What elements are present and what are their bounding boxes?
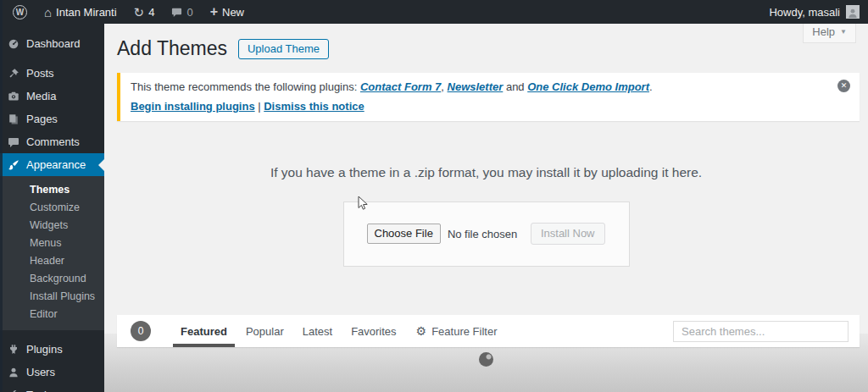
site-name-label: Intan Miranti — [56, 6, 117, 19]
plugin-notice: This theme recommends the following plug… — [117, 73, 860, 121]
howdy-label[interactable]: Howdy, masali — [769, 6, 840, 19]
begin-installing-plugins-link[interactable]: Begin installing plugins — [131, 100, 255, 113]
search-themes-input[interactable] — [673, 321, 849, 342]
wrench-icon — [8, 389, 19, 392]
upload-instruction: If you have a theme in a .zip format, yo… — [104, 165, 868, 180]
sidebar-item-posts[interactable]: Posts — [0, 62, 104, 85]
feature-filter-button[interactable]: ⚙ Feature Filter — [416, 325, 498, 338]
theme-browser-toolbar: 0 Featured Popular Latest Favorites ⚙ Fe… — [117, 315, 860, 347]
sidebar-item-label: Posts — [26, 67, 54, 80]
comments-bubble-icon — [171, 7, 182, 18]
home-icon: ⌂ — [44, 6, 52, 19]
sidebar-item-tools[interactable]: Tools — [0, 384, 104, 392]
sidebar-item-label: Appearance — [26, 158, 86, 171]
admin-bar-right: Howdy, masali — [769, 5, 868, 19]
tab-favorites[interactable]: Favorites — [343, 315, 403, 347]
updates-count: 4 — [148, 6, 154, 19]
comments-menu[interactable]: 0 — [165, 0, 198, 24]
notice-separator: and — [503, 80, 527, 93]
admin-bar: W ⌂ Intan Miranti ↻ 4 0 + New Howdy, mas… — [0, 0, 868, 24]
updates-menu[interactable]: ↻ 4 — [128, 0, 161, 24]
help-label: Help — [812, 25, 835, 38]
submenu-item-background[interactable]: Background — [0, 270, 104, 288]
loading-spinner-icon — [479, 352, 493, 367]
new-content-menu[interactable]: + New — [204, 0, 250, 24]
plugin-link-one-click-demo-import[interactable]: One Click Demo Import — [527, 80, 649, 93]
theme-count-badge: 0 — [131, 321, 151, 341]
sidebar-item-label: Plugins — [26, 343, 63, 356]
appearance-submenu: Themes Customize Widgets Menus Header Ba… — [0, 176, 104, 330]
tab-popular[interactable]: Popular — [238, 315, 292, 347]
plugin-icon — [8, 344, 19, 356]
sidebar-item-label: Dashboard — [26, 37, 81, 50]
gear-icon: ⚙ — [416, 325, 427, 337]
main-content: Help ▼ Add Themes Upload Theme This them… — [104, 24, 868, 392]
submenu-item-editor[interactable]: Editor — [0, 306, 104, 323]
upload-theme-form: Choose File No file chosen Install Now — [343, 202, 630, 267]
dashboard-icon — [8, 38, 19, 50]
media-icon — [8, 91, 19, 102]
sidebar-item-pages[interactable]: Pages — [0, 108, 104, 130]
submenu-item-themes[interactable]: Themes — [0, 181, 104, 199]
submenu-item-customize[interactable]: Customize — [0, 199, 104, 217]
file-input-group: Choose File No file chosen — [367, 224, 518, 244]
tab-latest[interactable]: Latest — [295, 315, 340, 347]
comment-icon — [8, 136, 19, 148]
active-menu-arrow — [92, 158, 105, 172]
filter-tabs: Featured Popular Latest Favorites — [173, 315, 404, 347]
sidebar-item-appearance[interactable]: Appearance — [0, 153, 104, 176]
submenu-item-install-plugins[interactable]: Install Plugins — [0, 288, 104, 306]
submenu-item-header[interactable]: Header — [0, 252, 104, 270]
plus-icon: + — [210, 5, 218, 19]
no-file-chosen-label: No file chosen — [448, 228, 517, 240]
chevron-down-icon: ▼ — [840, 28, 847, 36]
notice-line-1: This theme recommends the following plug… — [131, 80, 822, 94]
sidebar-item-label: Tools — [26, 389, 52, 392]
submenu-item-widgets[interactable]: Widgets — [0, 217, 104, 235]
users-icon — [8, 367, 19, 378]
sidebar-item-dashboard[interactable]: Dashboard — [0, 32, 104, 55]
sidebar-item-plugins[interactable]: Plugins — [0, 338, 104, 361]
dismiss-notice-link[interactable]: Dismiss this notice — [264, 100, 364, 113]
sidebar-item-users[interactable]: Users — [0, 361, 104, 384]
sidebar: Dashboard Posts Media Pages Comments App… — [0, 24, 104, 392]
close-icon[interactable]: ✕ — [837, 80, 850, 92]
tab-featured[interactable]: Featured — [173, 315, 235, 347]
plugin-link-newsletter[interactable]: Newsletter — [448, 80, 504, 93]
wp-logo-menu[interactable]: W — [7, 0, 33, 24]
notice-line-2: Begin installing plugins | Dismiss this … — [131, 99, 822, 113]
site-name-menu[interactable]: ⌂ Intan Miranti — [38, 0, 123, 24]
feature-filter-label: Feature Filter — [431, 325, 497, 338]
new-label: New — [222, 6, 244, 19]
user-avatar[interactable] — [846, 5, 860, 19]
screen-edge — [0, 0, 3, 392]
paintbrush-icon — [8, 159, 19, 171]
choose-file-button[interactable]: Choose File — [367, 224, 441, 244]
sidebar-item-comments[interactable]: Comments — [0, 130, 104, 153]
submenu-item-menus[interactable]: Menus — [0, 235, 104, 252]
sidebar-item-label: Pages — [26, 113, 58, 125]
person-icon — [847, 8, 859, 19]
admin-bar-left: W ⌂ Intan Miranti ↻ 4 0 + New — [0, 0, 250, 24]
notice-period: . — [649, 80, 653, 93]
upload-theme-button[interactable]: Upload Theme — [238, 39, 329, 59]
sidebar-item-media[interactable]: Media — [0, 85, 104, 108]
sidebar-item-label: Comments — [26, 135, 80, 148]
notice-text: This theme recommends the following plug… — [131, 80, 360, 93]
comments-count: 0 — [186, 6, 192, 19]
page-title: Add Themes — [117, 36, 227, 62]
action-separator: | — [255, 100, 264, 113]
help-tab[interactable]: Help ▼ — [803, 22, 856, 43]
sidebar-item-label: Media — [26, 90, 56, 102]
sidebar-item-label: Users — [26, 366, 55, 378]
pages-icon — [8, 113, 19, 125]
plugin-link-contact-form-7[interactable]: Contact Form 7 — [360, 80, 441, 93]
install-now-button[interactable]: Install Now — [531, 223, 605, 245]
pin-icon — [8, 68, 19, 80]
page-header: Add Themes Upload Theme — [104, 24, 868, 63]
wordpress-logo-icon: W — [13, 5, 27, 19]
notice-separator: , — [441, 80, 447, 93]
updates-icon: ↻ — [134, 6, 145, 19]
